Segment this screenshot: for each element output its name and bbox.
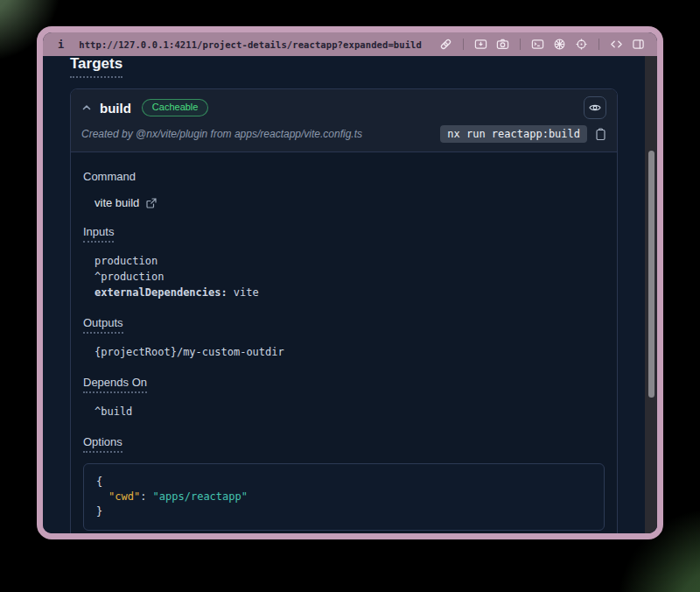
code-line: "cwd": "apps/reactapp" <box>96 490 592 504</box>
toolbar-divider <box>463 39 464 50</box>
code-line: { <box>96 475 592 490</box>
input-item: externalDependencies:vite <box>83 285 605 300</box>
command-label: Command <box>83 170 136 187</box>
json-colon: : <box>140 490 152 503</box>
frame-capture-icon[interactable] <box>474 38 487 51</box>
browser-toolbar: i http://127.0.0.1:4211/project-details/… <box>43 32 657 56</box>
outputs-section: Outputs {projectRoot}/my-custom-outdir <box>83 314 605 360</box>
run-command-chip: nx run reactapp:build <box>440 125 587 143</box>
input-item-key: externalDependencies: <box>94 286 228 299</box>
code-line: } <box>96 504 592 519</box>
output-item: {projectRoot}/my-custom-outdir <box>83 344 605 360</box>
json-string-value: "apps/reactapp" <box>153 490 248 503</box>
toolbar-actions <box>439 38 645 51</box>
eye-icon <box>589 102 601 113</box>
globe-icon[interactable] <box>553 38 566 51</box>
options-label[interactable]: Options <box>83 435 122 453</box>
chevron-up-icon[interactable] <box>81 102 92 113</box>
view-target-graph-button[interactable] <box>584 96 606 119</box>
target-card-build: build Cacheable Created by @nx/vite/plug… <box>70 88 618 533</box>
inputs-label[interactable]: Inputs <box>83 225 114 243</box>
toolbar-divider <box>520 39 521 50</box>
build-header-row[interactable]: build Cacheable <box>81 96 606 119</box>
toolbar-divider <box>598 39 599 50</box>
camera-icon[interactable] <box>496 38 509 51</box>
link-icon[interactable] <box>439 38 452 51</box>
build-subheader-row: Created by @nx/vite/plugin from apps/rea… <box>81 125 606 143</box>
external-link-icon[interactable] <box>146 198 157 208</box>
command-value-row: vite build <box>83 196 605 209</box>
targets-heading[interactable]: Targets <box>70 56 122 78</box>
created-by-text: Created by @nx/vite/plugin from apps/rea… <box>81 128 362 140</box>
terminal-icon[interactable] <box>531 38 544 51</box>
outputs-label[interactable]: Outputs <box>83 316 123 334</box>
options-code-block: { "cwd": "apps/reactapp" } <box>83 463 605 531</box>
scrollbar-track[interactable] <box>645 56 657 533</box>
info-icon: i <box>58 39 64 51</box>
crosshair-icon[interactable] <box>575 38 588 51</box>
target-name: build <box>100 101 131 116</box>
options-section: Options { "cwd": "apps/reactapp" } <box>83 433 605 531</box>
depends-on-item: ^build <box>83 404 605 419</box>
build-card-body: Command vite build Inputs production ^pr… <box>71 152 617 533</box>
depends-on-label[interactable]: Depends On <box>83 376 147 393</box>
project-details-page: Targets build Cacheable <box>43 56 657 533</box>
json-key: "cwd" <box>108 490 140 503</box>
inputs-section: Inputs production ^production externalDe… <box>83 223 605 300</box>
copy-icon[interactable] <box>595 128 606 141</box>
cacheable-badge: Cacheable <box>142 99 209 116</box>
input-item: production <box>83 253 605 269</box>
scrollbar-thumb[interactable] <box>648 151 654 398</box>
browser-window: i http://127.0.0.1:4211/project-details/… <box>37 26 663 539</box>
split-panel-icon[interactable] <box>632 38 645 51</box>
input-item: ^production <box>83 269 605 285</box>
code-icon[interactable] <box>610 38 623 51</box>
url-text[interactable]: http://127.0.0.1:4211/project-details/re… <box>79 39 422 50</box>
command-value: vite build <box>94 196 139 209</box>
depends-on-section: Depends On ^build <box>83 374 605 419</box>
input-item-value: vite <box>234 286 259 299</box>
build-card-header: build Cacheable Created by @nx/vite/plug… <box>71 89 617 152</box>
command-section: Command vite build <box>83 168 605 209</box>
